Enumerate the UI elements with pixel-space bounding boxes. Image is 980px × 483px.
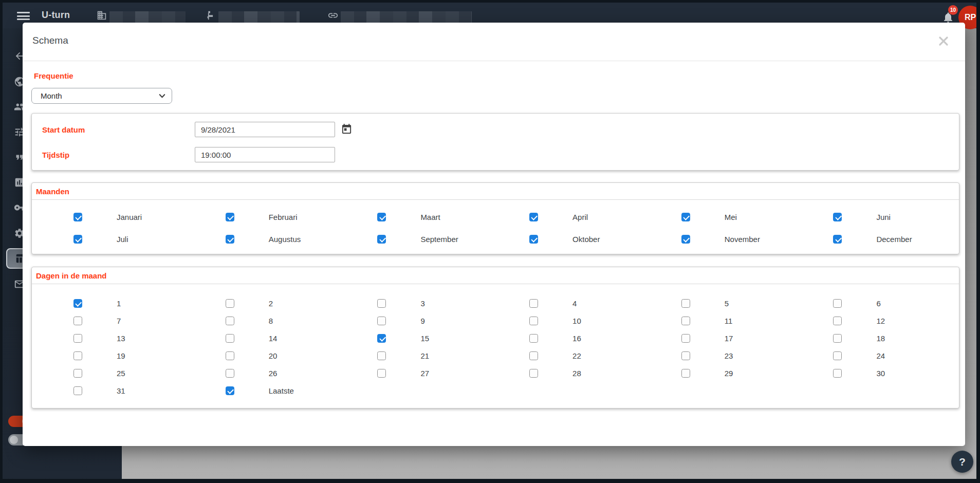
day-checkbox-14[interactable] bbox=[226, 334, 234, 343]
checkbox-label: Laatste bbox=[269, 386, 294, 395]
day-checkbox-10[interactable] bbox=[529, 317, 538, 325]
days-grid: 1234567891011121314151617181920212223242… bbox=[32, 284, 959, 399]
day-checkbox-21[interactable] bbox=[377, 351, 386, 360]
checkbox-label: Mei bbox=[725, 213, 737, 221]
day-item-12: 12 bbox=[833, 312, 976, 329]
day-checkbox-30[interactable] bbox=[833, 369, 842, 378]
month-checkbox-juni[interactable] bbox=[833, 213, 842, 221]
day-item-11: 11 bbox=[681, 312, 834, 329]
month-checkbox-november[interactable] bbox=[681, 235, 690, 244]
month-item-september: September bbox=[377, 228, 529, 250]
checkbox-label: April bbox=[572, 213, 588, 221]
day-checkbox-26[interactable] bbox=[226, 369, 234, 378]
checkbox-label: Juli bbox=[117, 235, 128, 244]
checkbox-label: 6 bbox=[876, 299, 880, 308]
day-checkbox-7[interactable] bbox=[73, 317, 82, 325]
close-button[interactable] bbox=[938, 36, 949, 46]
day-checkbox-19[interactable] bbox=[73, 351, 82, 360]
day-checkbox-4[interactable] bbox=[529, 299, 538, 308]
checkbox-label: 16 bbox=[572, 334, 581, 343]
month-checkbox-januari[interactable] bbox=[73, 213, 82, 221]
checkbox-label: 18 bbox=[876, 334, 885, 343]
dialog-title: Schema bbox=[32, 35, 68, 46]
month-checkbox-februari[interactable] bbox=[226, 213, 234, 221]
time-input[interactable] bbox=[195, 147, 335, 162]
checkbox-label: 5 bbox=[725, 299, 729, 308]
checkbox-label: 12 bbox=[876, 317, 885, 325]
date-time-card: Start datum Tijdstip bbox=[31, 113, 959, 171]
months-grid: JanuariFebruariMaartAprilMeiJuniJuliAugu… bbox=[32, 200, 959, 250]
month-item-februari: Februari bbox=[226, 206, 378, 228]
chevron-down-icon bbox=[159, 92, 165, 99]
checkbox-label: December bbox=[876, 235, 912, 244]
month-item-april: April bbox=[529, 206, 681, 228]
checkbox-label: Oktober bbox=[572, 235, 600, 244]
day-item-14: 14 bbox=[226, 329, 378, 347]
month-checkbox-december[interactable] bbox=[833, 235, 842, 244]
checkbox-label: Augustus bbox=[269, 235, 301, 244]
link-icon[interactable] bbox=[327, 10, 339, 21]
help-button[interactable]: ? bbox=[951, 451, 973, 473]
start-date-input[interactable] bbox=[195, 122, 335, 137]
day-item-23: 23 bbox=[681, 347, 834, 364]
month-item-oktober: Oktober bbox=[529, 228, 681, 250]
day-checkbox-11[interactable] bbox=[681, 317, 690, 325]
day-item-10: 10 bbox=[529, 312, 681, 329]
hamburger-menu-icon[interactable] bbox=[17, 12, 30, 20]
day-item-24: 24 bbox=[833, 347, 976, 364]
day-item-17: 17 bbox=[681, 329, 834, 347]
month-checkbox-oktober[interactable] bbox=[529, 235, 538, 244]
day-checkbox-27[interactable] bbox=[377, 369, 386, 378]
day-checkbox-15[interactable] bbox=[377, 334, 386, 343]
day-checkbox-28[interactable] bbox=[529, 369, 538, 378]
day-checkbox-12[interactable] bbox=[833, 317, 842, 325]
day-item-31: 31 bbox=[73, 382, 226, 399]
day-item-5: 5 bbox=[681, 294, 834, 312]
day-checkbox-17[interactable] bbox=[681, 334, 690, 343]
day-checkbox-24[interactable] bbox=[833, 351, 842, 360]
day-checkbox-laatste[interactable] bbox=[226, 386, 234, 395]
day-checkbox-2[interactable] bbox=[226, 299, 234, 308]
checkbox-label: 17 bbox=[725, 334, 733, 343]
day-checkbox-31[interactable] bbox=[73, 386, 82, 395]
frequency-select[interactable]: Month bbox=[31, 88, 172, 104]
day-checkbox-22[interactable] bbox=[529, 351, 538, 360]
day-checkbox-25[interactable] bbox=[73, 369, 82, 378]
day-checkbox-23[interactable] bbox=[681, 351, 690, 360]
building-icon[interactable] bbox=[96, 10, 107, 21]
checkbox-label: 4 bbox=[572, 299, 577, 308]
checkbox-label: 7 bbox=[117, 317, 121, 325]
day-item-30: 30 bbox=[833, 364, 976, 382]
month-checkbox-augustus[interactable] bbox=[226, 235, 234, 244]
day-checkbox-16[interactable] bbox=[529, 334, 538, 343]
month-checkbox-april[interactable] bbox=[529, 213, 538, 221]
dialog-header: Schema bbox=[23, 23, 965, 61]
checkbox-label: 30 bbox=[876, 369, 885, 378]
day-checkbox-29[interactable] bbox=[681, 369, 690, 378]
day-checkbox-13[interactable] bbox=[73, 334, 82, 343]
calendar-button[interactable] bbox=[341, 123, 353, 136]
checkbox-label: 26 bbox=[269, 369, 278, 378]
checkbox-label: 8 bbox=[269, 317, 273, 325]
checkbox-label: 14 bbox=[269, 334, 278, 343]
day-checkbox-1[interactable] bbox=[73, 299, 82, 308]
month-checkbox-juli[interactable] bbox=[73, 235, 82, 244]
day-checkbox-3[interactable] bbox=[377, 299, 386, 308]
day-checkbox-8[interactable] bbox=[226, 317, 234, 325]
day-item-28: 28 bbox=[529, 364, 681, 382]
day-checkbox-9[interactable] bbox=[377, 317, 386, 325]
day-checkbox-20[interactable] bbox=[226, 351, 234, 360]
day-checkbox-6[interactable] bbox=[833, 299, 842, 308]
month-item-augustus: Augustus bbox=[226, 228, 378, 250]
day-item-4: 4 bbox=[529, 294, 681, 312]
month-checkbox-mei[interactable] bbox=[681, 213, 690, 221]
day-checkbox-5[interactable] bbox=[681, 299, 690, 308]
month-item-mei: Mei bbox=[681, 206, 834, 228]
checkbox-label: 11 bbox=[725, 317, 733, 325]
month-checkbox-september[interactable] bbox=[377, 235, 386, 244]
day-checkbox-18[interactable] bbox=[833, 334, 842, 343]
satellite-icon[interactable] bbox=[205, 10, 216, 21]
month-checkbox-maart[interactable] bbox=[377, 213, 386, 221]
checkbox-label: 22 bbox=[572, 351, 581, 360]
checkbox-label: 3 bbox=[420, 299, 424, 308]
